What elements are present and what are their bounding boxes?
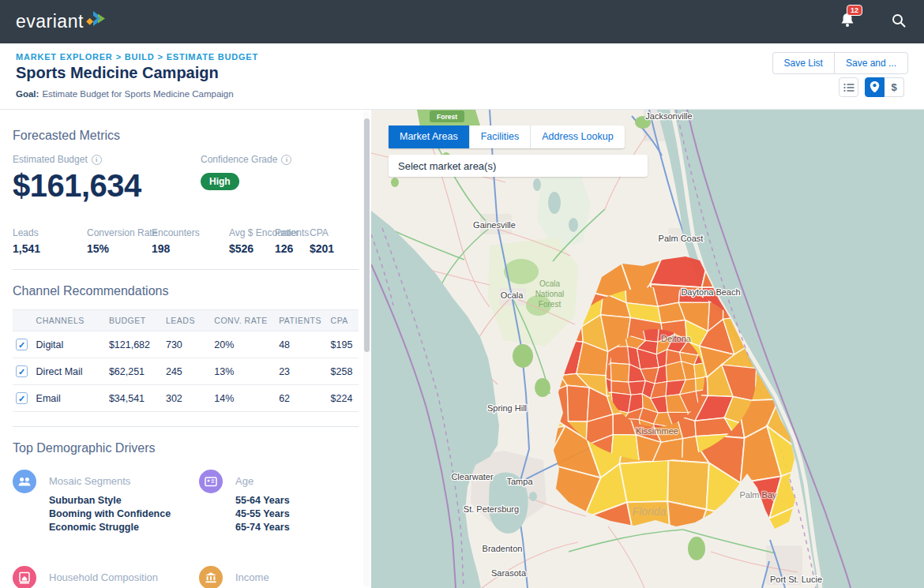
notifications-button[interactable]: 12 [839, 12, 856, 32]
map-tab[interactable]: Address Lookup [531, 125, 624, 148]
demographic-item: Suburban Style [49, 494, 171, 507]
demographic-item: 55-64 Years [235, 494, 290, 507]
page-header: MARKET EXPLORER>BUILD>ESTIMATE BUDGET Sp… [0, 43, 924, 110]
map-label: Sarasota [491, 568, 527, 578]
notification-count-badge: 12 [847, 5, 862, 16]
demographic-group: Age 55-64 Years45-55 Years65-74 Years [199, 470, 357, 534]
demographic-item: 45-55 Years [235, 507, 290, 521]
breadcrumb-separator: > [157, 52, 163, 62]
demographic-item: Economic Struggle [49, 521, 171, 534]
demographic-group: Income 75k - 99k50k - 74k [199, 566, 357, 588]
demographic-group-title: Mosaic Segments [49, 475, 171, 487]
map-mode-tabs: Market AreasFacilitiesAddress Lookup [389, 125, 625, 148]
breadcrumb: MARKET EXPLORER>BUILD>ESTIMATE BUDGET [16, 52, 261, 62]
search-icon [891, 13, 907, 28]
metric-value: 126 [275, 242, 302, 255]
map-view-button[interactable] [865, 77, 885, 97]
save-list-button[interactable]: Save List [772, 52, 834, 74]
demographic-icon-circle [199, 566, 223, 588]
search-button[interactable] [891, 13, 907, 32]
channel-recommendations-heading: Channel Recommendations [13, 284, 347, 298]
goal-label: Goal: [16, 89, 39, 99]
channel-name: Direct Mail [33, 358, 106, 385]
budget-view-button[interactable]: $ [885, 77, 904, 97]
list-icon [843, 83, 855, 92]
top-demographic-drivers-heading: Top Demographic Drivers [13, 441, 347, 455]
demographic-group: Household Composition Adult Couple with … [13, 566, 199, 588]
breadcrumb-separator: > [116, 52, 122, 62]
channel-leads: 730 [163, 331, 211, 358]
channel-patients: 23 [276, 358, 327, 385]
demographic-icon-circle [13, 566, 36, 588]
breadcrumb-item[interactable]: MARKET EXPLORER [16, 52, 113, 62]
channel-cpa: $258 [328, 358, 359, 385]
market-area-select[interactable]: Select market area(s) [389, 155, 648, 177]
channel-conv-rate: 13% [211, 358, 276, 385]
channel-checkbox[interactable] [16, 392, 28, 404]
metric-label: Encounters [152, 227, 221, 238]
map-canvas[interactable]: Forest JacksonvilleGainesvillePalm Coast… [371, 110, 924, 588]
map-label: Clearwater [451, 472, 494, 481]
map-label: St. Petersburg [464, 504, 519, 514]
info-icon[interactable] [92, 155, 102, 165]
map-label: Daytona Beach [681, 287, 740, 297]
map-label: Spring Hill [487, 403, 527, 413]
channels-table: CHANNELSBUDGETLEADSCONV. RATEPATIENTSCPA… [13, 309, 359, 412]
channel-checkbox[interactable] [16, 339, 28, 350]
channel-patients: 62 [276, 385, 327, 412]
channel-cpa: $195 [328, 331, 359, 358]
channel-leads: 302 [163, 385, 211, 412]
list-view-button[interactable] [839, 77, 858, 97]
view-toggle-group: $ [839, 77, 904, 97]
table-row: Digital $121,682 730 20% 48 $195 [13, 331, 359, 358]
save-actions: Save List Save and ... [772, 52, 908, 74]
map-label: Gainesville [473, 220, 516, 230]
column-header: CHANNELS [33, 310, 106, 331]
evariant-logo[interactable]: evariant [16, 11, 107, 32]
map-tab[interactable]: Facilities [470, 125, 531, 148]
table-row: Direct Mail $62,251 245 13% 23 $258 [13, 358, 359, 385]
map-label: Ocala [501, 290, 524, 300]
svg-text:Forest: Forest [437, 113, 457, 121]
metric-label: Leads [13, 227, 79, 238]
metric-label: Conversion Rate [87, 227, 144, 238]
map-label: Ocala [539, 279, 561, 288]
metric-label: CPA [310, 227, 334, 238]
channel-leads: 245 [163, 358, 211, 385]
metric-value: $526 [229, 242, 267, 255]
bank-icon [203, 570, 219, 586]
demographic-group: Mosaic Segments Suburban StyleBooming wi… [13, 470, 199, 534]
map-label: National [535, 290, 565, 298]
channel-name: Digital [33, 331, 106, 358]
demographic-icon-circle [13, 470, 36, 493]
channel-conv-rate: 14% [211, 385, 276, 412]
map-label: Palm Coast [659, 234, 704, 243]
confidence-badge: High [201, 173, 239, 190]
breadcrumb-item[interactable]: BUILD [125, 52, 155, 62]
metric: Avg $ Encounter $526 [229, 227, 275, 255]
channel-budget: $34,541 [106, 385, 163, 412]
map-label: Jacksonville [645, 111, 692, 121]
metric: Patients 126 [275, 227, 310, 255]
demographic-item: 65-74 Years [235, 521, 290, 534]
estimated-budget-value: $161,634 [13, 168, 201, 204]
forecast-metrics-row: Leads 1,541 Conversion Rate 15% Encounte… [13, 227, 347, 255]
channel-budget: $121,682 [106, 331, 163, 358]
metric-label: Patients [275, 227, 302, 238]
save-and-button[interactable]: Save and ... [834, 52, 908, 74]
map-tab[interactable]: Market Areas [389, 125, 470, 148]
breadcrumb-item[interactable]: ESTIMATE BUDGET [167, 52, 258, 62]
map-label: Tampa [506, 477, 533, 486]
map-label: Deltona [661, 334, 692, 343]
map-label: Port St. Lucie [770, 575, 822, 584]
map-label: Forest [539, 300, 562, 309]
panel-scrollbar-thumb[interactable] [364, 118, 370, 352]
metric-label: Avg $ Encounter [229, 227, 267, 238]
forecasted-metrics-heading: Forecasted Metrics [13, 129, 347, 143]
channel-checkbox[interactable] [16, 365, 28, 377]
column-header: BUDGET [106, 310, 163, 331]
info-icon[interactable] [281, 155, 291, 165]
goal-text: Estimate Budget for Sports Medicine Camp… [42, 89, 233, 99]
estimated-budget-label: Estimated Budget [13, 154, 201, 165]
section-divider [13, 269, 359, 270]
